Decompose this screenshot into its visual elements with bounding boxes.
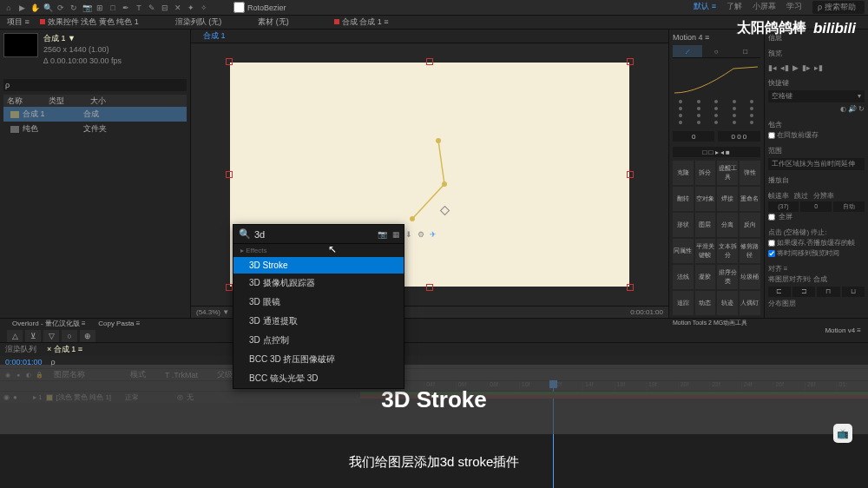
type-tool-icon[interactable]: T: [134, 3, 144, 13]
col-type[interactable]: 类型: [49, 96, 64, 107]
camera-icon[interactable]: 📷: [378, 230, 387, 239]
workspace-study[interactable]: 学习: [786, 1, 802, 14]
overlord-btn[interactable]: ⊻: [25, 330, 41, 342]
motion-btn[interactable]: 法线: [673, 265, 694, 289]
grid-icon[interactable]: ▦: [392, 230, 400, 239]
pen-tool-icon[interactable]: ✒: [121, 3, 131, 13]
render-queue-tab[interactable]: 渲染列队 (无): [175, 16, 222, 28]
first-frame-icon[interactable]: ▮◂: [768, 63, 777, 73]
align-btn[interactable]: ⊓: [817, 287, 839, 297]
motion-tab-3[interactable]: □: [731, 45, 760, 57]
workspace-default[interactable]: 默认 ≡: [694, 1, 716, 14]
zoom-tool-icon[interactable]: 🔍: [43, 3, 53, 13]
material-tab[interactable]: 素材 (无): [258, 16, 289, 28]
preset-dots[interactable]: [673, 100, 760, 124]
shape-tool-icon[interactable]: □: [108, 3, 118, 13]
motion-btn[interactable]: 空对象: [695, 187, 716, 211]
last-frame-icon[interactable]: ▸▮: [814, 63, 823, 73]
rotobezier-checkbox[interactable]: [233, 2, 245, 13]
motion-icon-row[interactable]: □ □ ▸ ◂ ■: [673, 147, 760, 157]
motion-btn[interactable]: 反向: [740, 213, 760, 237]
selection-tool-icon[interactable]: ▶: [16, 3, 27, 13]
motion-btn[interactable]: 排序分类: [717, 265, 738, 289]
motion-tab-curve[interactable]: ⟋: [673, 45, 702, 57]
motion-value-1[interactable]: 0: [673, 131, 714, 142]
workspace-small[interactable]: 小屏幕: [753, 1, 776, 14]
easing-curve[interactable]: [673, 63, 760, 95]
eraser-tool-icon[interactable]: ✕: [173, 3, 183, 13]
col-name[interactable]: 名称: [7, 96, 23, 107]
motion-btn[interactable]: 分离: [717, 213, 738, 237]
bilibili-icon[interactable]: 📺: [833, 424, 852, 443]
gear-icon[interactable]: ⚙: [418, 230, 424, 239]
comp-tab[interactable]: 合成 合成 1 ≡: [334, 16, 389, 28]
motion-btn[interactable]: 形状: [673, 213, 694, 237]
fx-item[interactable]: 3D 眼镜: [233, 293, 404, 312]
motion-btn[interactable]: 人偶钉: [740, 291, 760, 315]
motion-btn[interactable]: 提醒工具: [717, 161, 738, 185]
fx-search-input[interactable]: [254, 229, 374, 240]
rotate-tool-icon[interactable]: ↻: [69, 3, 79, 13]
project-search[interactable]: ρ: [3, 79, 187, 91]
align-btn[interactable]: ⊔: [842, 287, 865, 297]
motion-tab-2[interactable]: ○: [702, 45, 732, 57]
help-search[interactable]: ρ 搜索帮助: [812, 1, 865, 14]
overlord-btn[interactable]: ▽: [43, 330, 59, 342]
camera-tool-icon[interactable]: 📷: [82, 3, 92, 13]
zoom-level[interactable]: (54.3%) ▼: [196, 308, 229, 316]
project-tab[interactable]: 项目 ≡: [7, 16, 30, 28]
overlord-btn[interactable]: △: [7, 330, 23, 342]
workspace-learn[interactable]: 了解: [727, 1, 742, 14]
motion-btn[interactable]: 追踪: [673, 291, 694, 315]
motion-btn[interactable]: 同属性: [673, 239, 694, 263]
hand-tool-icon[interactable]: ✋: [30, 3, 40, 13]
motion-btn[interactable]: 动态: [695, 291, 716, 315]
share-icon[interactable]: ✈: [430, 230, 437, 239]
motion-btn[interactable]: 平滑关键帧: [695, 239, 716, 263]
overlord-btn[interactable]: ○: [62, 330, 77, 342]
download-icon[interactable]: ⬇: [405, 230, 412, 239]
col-size[interactable]: 大小: [90, 96, 106, 107]
motion-btn[interactable]: 轨迹: [717, 291, 738, 315]
motion-btn[interactable]: 拆分: [695, 161, 716, 185]
range-dropdown[interactable]: 工作区域抹为当前时间延伸: [768, 158, 865, 170]
clone-tool-icon[interactable]: ⊟: [160, 3, 170, 13]
move-time-cb[interactable]: [768, 250, 775, 257]
home-icon[interactable]: ⌂: [3, 3, 14, 13]
fx-item[interactable]: 3D 摄像机跟踪器: [233, 274, 404, 293]
copypasta-tab[interactable]: Copy Pasta ≡: [93, 318, 145, 329]
project-item-comp[interactable]: 合成 1 合成: [3, 107, 187, 122]
play-icon[interactable]: ▶: [792, 63, 799, 73]
shortcut-dropdown[interactable]: 空格键▾: [768, 90, 865, 102]
motion-btn[interactable]: 垃圾桶: [740, 265, 760, 289]
fx-item[interactable]: BCC 3D 挤压图像破碎: [233, 350, 404, 369]
center-tab-comp[interactable]: 合成 1: [196, 30, 233, 42]
fx-item[interactable]: 3D 通道提取: [233, 312, 404, 331]
align-btn[interactable]: ⊐: [792, 287, 815, 297]
brush-tool-icon[interactable]: ✎: [147, 3, 157, 13]
motion-btn[interactable]: 克隆: [673, 161, 694, 185]
motion-value-2[interactable]: 0 0 0: [718, 131, 760, 142]
res-input[interactable]: 自动: [833, 201, 865, 212]
overlord-btn[interactable]: ⊕: [80, 330, 95, 342]
motion-btn[interactable]: 翻转: [673, 187, 694, 211]
motion-btn[interactable]: 图层: [695, 213, 716, 237]
project-item-folder[interactable]: 纯色 文件夹: [3, 122, 187, 136]
fullscreen-cb[interactable]: [768, 214, 775, 221]
fx-item[interactable]: 3D 点控制: [233, 331, 404, 350]
motion-btn[interactable]: 修剪路径: [740, 239, 760, 263]
cache-play-cb[interactable]: [768, 240, 775, 247]
fx-category[interactable]: ▸ Effects: [233, 244, 404, 257]
motion-btn[interactable]: 重命名: [740, 187, 760, 211]
align-btn[interactable]: ⊏: [768, 287, 791, 297]
roto-tool-icon[interactable]: ✦: [186, 3, 196, 13]
motion-btn[interactable]: 文本拆分: [717, 239, 738, 263]
overlord-tab[interactable]: Overlord - 量亿汉化版 ≡: [7, 318, 91, 329]
motion-btn[interactable]: 焊接: [717, 187, 738, 211]
timeline-comp-tab[interactable]: × 合成 1 ≡: [47, 344, 82, 355]
next-frame-icon[interactable]: ▮▸: [802, 63, 811, 73]
orbit-tool-icon[interactable]: ⟳: [56, 3, 66, 13]
fps-input[interactable]: (37): [768, 201, 799, 212]
motion-btn[interactable]: 凝胶: [695, 265, 716, 289]
fx-controls-tab[interactable]: 效果控件 浅色 黄色 纯色 1: [40, 16, 139, 28]
